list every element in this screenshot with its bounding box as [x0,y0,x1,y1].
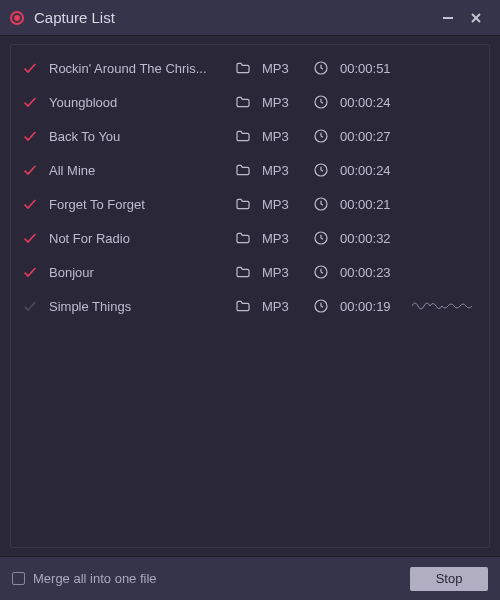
clock-icon [312,264,330,280]
track-format: MP3 [262,265,302,280]
track-duration: 00:00:51 [340,61,402,76]
clock-icon [312,230,330,246]
titlebar: Capture List [0,0,500,36]
track-title: Simple Things [49,299,224,314]
track-duration: 00:00:21 [340,197,402,212]
clock-icon [312,162,330,178]
track-row[interactable]: Forget To ForgetMP300:00:21 [15,187,485,221]
folder-icon [234,298,252,314]
merge-label: Merge all into one file [33,571,157,586]
merge-checkbox[interactable]: Merge all into one file [12,571,157,586]
clock-icon [312,94,330,110]
track-title: Youngblood [49,95,224,110]
checkmark-icon [21,230,39,246]
checkmark-icon [21,264,39,280]
checkmark-icon [21,128,39,144]
track-duration: 00:00:27 [340,129,402,144]
checkmark-icon [21,196,39,212]
waveform-icon [412,195,479,213]
track-duration: 00:00:24 [340,95,402,110]
track-format: MP3 [262,95,302,110]
track-title: Not For Radio [49,231,224,246]
track-row[interactable]: BonjourMP300:00:23 [15,255,485,289]
track-format: MP3 [262,61,302,76]
waveform-icon [412,263,479,281]
track-format: MP3 [262,299,302,314]
folder-icon [234,230,252,246]
waveform-icon [412,127,479,145]
folder-icon [234,128,252,144]
clock-icon [312,298,330,314]
checkmark-icon [21,94,39,110]
clock-icon [312,60,330,76]
track-row[interactable]: Back To YouMP300:00:27 [15,119,485,153]
track-title: Rockin' Around The Chris... [49,61,224,76]
checkbox-icon [12,572,25,585]
checkmark-icon [21,298,39,314]
clock-icon [312,128,330,144]
track-format: MP3 [262,197,302,212]
track-duration: 00:00:19 [340,299,402,314]
waveform-icon [412,93,479,111]
stop-button[interactable]: Stop [410,567,488,591]
track-format: MP3 [262,231,302,246]
waveform-icon [412,297,479,315]
track-format: MP3 [262,163,302,178]
window-title: Capture List [34,9,115,26]
track-title: Bonjour [49,265,224,280]
track-title: Forget To Forget [49,197,224,212]
track-duration: 00:00:23 [340,265,402,280]
track-row[interactable]: All MineMP300:00:24 [15,153,485,187]
checkmark-icon [21,162,39,178]
track-row[interactable]: Simple ThingsMP300:00:19 [15,289,485,323]
track-format: MP3 [262,129,302,144]
clock-icon [312,196,330,212]
minimize-button[interactable] [434,4,462,32]
track-row[interactable]: YoungbloodMP300:00:24 [15,85,485,119]
footer: Merge all into one file Stop [0,556,500,600]
folder-icon [234,162,252,178]
waveform-icon [412,59,479,77]
waveform-icon [412,161,479,179]
track-list: Rockin' Around The Chris...MP300:00:51Yo… [10,44,490,548]
record-icon [10,11,24,25]
track-row[interactable]: Rockin' Around The Chris...MP300:00:51 [15,51,485,85]
track-row[interactable]: Not For RadioMP300:00:32 [15,221,485,255]
folder-icon [234,94,252,110]
track-duration: 00:00:24 [340,163,402,178]
content-area: Rockin' Around The Chris...MP300:00:51Yo… [0,36,500,556]
track-title: All Mine [49,163,224,178]
waveform-icon [412,229,479,247]
close-button[interactable] [462,4,490,32]
checkmark-icon [21,60,39,76]
folder-icon [234,196,252,212]
folder-icon [234,60,252,76]
track-duration: 00:00:32 [340,231,402,246]
track-title: Back To You [49,129,224,144]
folder-icon [234,264,252,280]
